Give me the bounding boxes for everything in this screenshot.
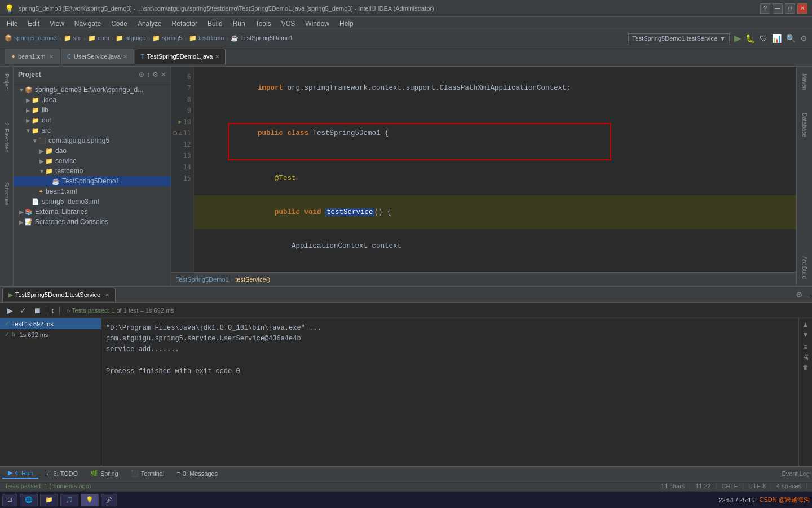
- tree-dao[interactable]: ▶ 📁 dao: [14, 146, 171, 156]
- tree-service[interactable]: ▶ 📁 service: [14, 156, 171, 166]
- sidebar-scroll-icon[interactable]: ↕: [147, 71, 150, 78]
- menu-vcs[interactable]: VCS: [277, 19, 300, 29]
- tree-root[interactable]: ▼ 📦 spring5_demo3 E:\work\spring5_d...: [14, 85, 171, 95]
- explorer-button[interactable]: 📁: [40, 494, 58, 506]
- editor-button[interactable]: 🖊: [101, 494, 117, 506]
- settings-button[interactable]: ⚙: [800, 34, 807, 43]
- dropdown-arrow: ▼: [720, 35, 726, 42]
- tree-testspring5demo1[interactable]: ☕ TestSpring5Demo1: [14, 176, 171, 186]
- tree-out[interactable]: ▶ 📁 out: [14, 115, 171, 125]
- line-num-7: 7: [171, 82, 191, 94]
- menu-window[interactable]: Window: [301, 19, 334, 29]
- project-panel-tab[interactable]: Project: [2, 69, 11, 95]
- run-tab-close[interactable]: ✕: [105, 292, 109, 298]
- tree-lib[interactable]: ▶ 📁 lib: [14, 105, 171, 115]
- build-tab[interactable]: Ant Build: [800, 252, 809, 283]
- tree-src[interactable]: ▼ 📁 src: [14, 125, 171, 135]
- status-encoding[interactable]: UTF-8: [748, 483, 766, 489]
- run-test-parent[interactable]: ✓ Test 1s 692 ms: [0, 318, 101, 329]
- debug-button[interactable]: 🐛: [745, 34, 755, 43]
- minimize-button[interactable]: —: [773, 3, 783, 14]
- help-button[interactable]: ?: [760, 3, 770, 14]
- rerun-button[interactable]: ▶: [5, 305, 15, 316]
- structure-tab[interactable]: Structure: [2, 179, 11, 209]
- print-btn[interactable]: 🖨: [802, 353, 809, 361]
- menu-build[interactable]: Build: [203, 19, 227, 29]
- tool-todo[interactable]: ☑ 6: TODO: [39, 468, 83, 478]
- close-testspring5demo1[interactable]: ✕: [215, 54, 219, 60]
- scroll-up-btn[interactable]: ▲: [802, 321, 809, 329]
- tab-testspring5demo1[interactable]: T TestSpring5Demo1.java ✕: [135, 49, 226, 64]
- sidebar-settings-icon[interactable]: ⚙: [152, 71, 158, 78]
- menu-edit[interactable]: Edit: [23, 19, 44, 29]
- tool-messages[interactable]: ≡ 0: Messages: [171, 469, 223, 478]
- soft-wrap-btn[interactable]: ≡: [804, 343, 807, 351]
- status-line-ending[interactable]: CRLF: [721, 483, 738, 489]
- menu-view[interactable]: View: [45, 19, 69, 29]
- breadcrumb-class[interactable]: TestSpring5Demo1: [176, 276, 229, 283]
- path-spring5demo3[interactable]: 📦 spring5_demo3: [5, 34, 57, 42]
- check-icon: ✓: [5, 331, 10, 338]
- warn-gutter-icon: ⚠: [179, 128, 182, 139]
- tree-external-libs[interactable]: ▶ 📚 External Libraries: [14, 207, 171, 217]
- scroll-down-btn[interactable]: ▼: [802, 331, 809, 339]
- code-content[interactable]: import org.springframework.context.suppo…: [194, 67, 796, 272]
- profile-button[interactable]: 📊: [772, 34, 782, 43]
- menu-refactor[interactable]: Refactor: [167, 19, 202, 29]
- idea-folder-icon: 📁: [32, 97, 39, 104]
- tree-testdemo[interactable]: ▼ 📁 testdemo: [14, 166, 171, 176]
- run-config-dropdown[interactable]: TestSpring5Demo1.testService ▼: [628, 33, 730, 43]
- maven-tab[interactable]: Maven: [800, 69, 809, 95]
- tab-userservice[interactable]: C UserService.java ✕: [61, 49, 134, 64]
- tree-iml[interactable]: 📄 spring5_demo3.iml: [14, 196, 171, 207]
- code-line-12: ApplicationContext context: [198, 229, 792, 263]
- menu-navigate[interactable]: Navigate: [70, 19, 105, 29]
- tool-run[interactable]: ▶ 4: Run: [2, 468, 38, 479]
- menu-help[interactable]: Help: [335, 19, 358, 29]
- tree-scratches[interactable]: ▶ 📝 Scratches and Consoles: [14, 217, 171, 227]
- sidebar-close-icon[interactable]: ✕: [161, 71, 166, 78]
- run-tab-label: TestSpring5Demo1.testService: [15, 291, 100, 298]
- menu-tools[interactable]: Tools: [251, 19, 276, 29]
- breadcrumb-method[interactable]: testService(): [235, 276, 270, 283]
- bottom-minimize-icon[interactable]: —: [803, 291, 810, 299]
- tab-bean1xml[interactable]: ✦ bean1.xml ✕: [5, 49, 60, 64]
- menu-run[interactable]: Run: [228, 19, 250, 29]
- close-button[interactable]: ✕: [797, 3, 807, 14]
- ide-button[interactable]: 💡: [81, 494, 99, 506]
- run-tests-button[interactable]: ✓: [17, 305, 29, 316]
- menu-analyze[interactable]: Analyze: [133, 19, 166, 29]
- tree-bean1xml[interactable]: ✦ bean1.xml: [14, 186, 171, 196]
- tree-idea[interactable]: ▶ 📁 .idea: [14, 95, 171, 105]
- status-indent[interactable]: 4 spaces: [776, 483, 801, 489]
- maximize-button[interactable]: □: [785, 3, 795, 14]
- run-config-label: TestSpring5Demo1.testService: [632, 35, 717, 42]
- search-everywhere[interactable]: 🔍: [786, 34, 796, 43]
- menu-file[interactable]: File: [2, 19, 22, 29]
- event-log-link[interactable]: Event Log: [782, 470, 810, 478]
- tool-spring[interactable]: 🌿 Spring: [85, 468, 124, 478]
- run-button[interactable]: ▶: [734, 33, 741, 43]
- database-tab[interactable]: Database: [800, 108, 809, 142]
- run-gutter-icon[interactable]: ▶: [179, 116, 182, 128]
- start-button[interactable]: ⊞: [2, 494, 17, 506]
- clear-btn[interactable]: 🗑: [802, 364, 809, 371]
- menu-code[interactable]: Code: [107, 19, 132, 29]
- run-test-child[interactable]: ✓ b 1s 692 ms: [0, 329, 101, 340]
- sort-button[interactable]: ↕: [48, 305, 57, 316]
- stop-button[interactable]: ⏹: [31, 305, 43, 316]
- media-button[interactable]: 🎵: [60, 494, 78, 506]
- bottom-settings-icon[interactable]: ⚙: [796, 290, 803, 299]
- coverage-button[interactable]: 🛡: [760, 34, 767, 43]
- run-tab[interactable]: ▶ TestSpring5Demo1.testService ✕: [2, 288, 116, 301]
- spring-label: Spring: [100, 470, 118, 477]
- tool-terminal[interactable]: ⬛ Terminal: [125, 468, 170, 478]
- scratches-icon: 📝: [25, 218, 33, 226]
- close-bean1xml[interactable]: ✕: [49, 54, 54, 60]
- sidebar-new-icon[interactable]: ⊕: [139, 71, 144, 78]
- tree-package[interactable]: ▼ ⬛ com.atguigu.spring5: [14, 135, 171, 146]
- debug-gutter-icon[interactable]: ⬡: [173, 128, 178, 139]
- browser-button[interactable]: 🌐: [20, 494, 38, 506]
- close-userservice[interactable]: ✕: [123, 54, 127, 60]
- favorites-tab[interactable]: 2: Favorites: [2, 119, 11, 155]
